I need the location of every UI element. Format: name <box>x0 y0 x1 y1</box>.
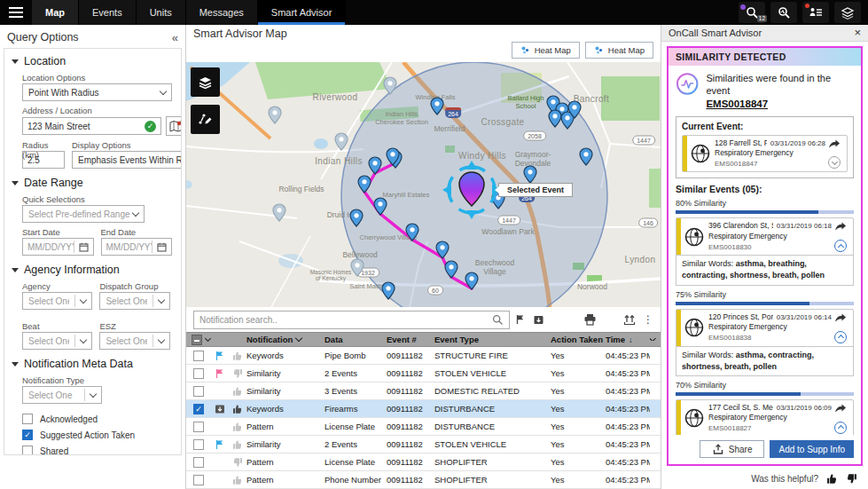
section-agency-information[interactable]: Agency Information <box>4 259 181 277</box>
agency-field-select[interactable]: Select One <box>22 292 92 310</box>
print-icon[interactable] <box>583 313 597 326</box>
event-pin[interactable] <box>579 147 593 166</box>
event-pin[interactable] <box>567 100 582 119</box>
event-pin[interactable] <box>349 209 364 227</box>
location-options-select[interactable]: Point With Radius <box>22 83 172 101</box>
search-icon[interactable] <box>492 314 504 326</box>
expand-collapse-icon[interactable] <box>834 331 847 343</box>
alerts-icon[interactable] <box>802 2 829 23</box>
notification-search-box[interactable] <box>193 311 510 329</box>
table-row[interactable]: Similarity 2 Events 00911182 STOLEN VEHI… <box>186 436 661 454</box>
row-thumb-icon[interactable] <box>229 439 246 450</box>
quick-selections-select[interactable]: Select Pre-defined Range <box>22 205 145 223</box>
row-thumb-icon[interactable] <box>229 386 246 397</box>
event-pin[interactable] <box>373 197 387 216</box>
row-thumb-icon[interactable] <box>229 457 246 468</box>
agency-field-select[interactable]: Select One <box>99 292 169 310</box>
event-pin[interactable] <box>272 203 286 222</box>
flag-filter-icon[interactable] <box>515 314 526 325</box>
table-row[interactable]: Pattern License Plate 00911182 SHOPLIFTE… <box>186 454 661 471</box>
table-row[interactable]: Keywords Pipe Bomb 00911182 STRUCTURE FI… <box>186 347 661 365</box>
event-link[interactable]: EMS0018847 <box>706 99 768 109</box>
meta-checkbox-row[interactable]: Acknowledged <box>22 411 172 427</box>
row-checkbox[interactable] <box>193 457 204 468</box>
select-all-checkbox[interactable] <box>186 335 211 345</box>
row-checkbox[interactable] <box>193 386 204 397</box>
search-notifications-icon[interactable]: 12 <box>739 2 765 23</box>
forward-icon[interactable] <box>834 312 847 323</box>
similar-event-card[interactable]: 120 Princes St, Port Melbourne 03/31/201… <box>676 309 854 347</box>
similar-event-card[interactable]: 396 Clarendon St, S. Melbourn 03/31/2019… <box>676 217 854 256</box>
pick-on-map-button[interactable] <box>166 116 182 136</box>
notification-search-input[interactable] <box>199 315 492 325</box>
row-thumb-icon[interactable] <box>229 404 246 414</box>
menu-icon[interactable] <box>0 0 32 25</box>
event-pin[interactable] <box>523 165 537 184</box>
meta-checkbox-row[interactable]: Shared <box>22 443 172 455</box>
column-event-number[interactable]: Event # <box>387 335 434 344</box>
row-checkbox[interactable] <box>193 351 204 361</box>
thumbs-up-icon[interactable] <box>826 473 838 485</box>
more-options-icon[interactable]: ⋮ <box>643 313 653 326</box>
event-pin[interactable] <box>334 132 348 151</box>
event-pin[interactable] <box>386 147 400 166</box>
event-pin[interactable] <box>430 97 444 115</box>
end-date-input[interactable] <box>106 242 152 252</box>
row-thumb-icon[interactable] <box>229 368 246 379</box>
row-checkbox[interactable] <box>193 404 204 414</box>
nav-tab[interactable]: Map <box>32 0 79 25</box>
row-checkbox[interactable] <box>193 475 204 485</box>
header-menu-icon[interactable] <box>650 338 661 341</box>
table-row[interactable]: Keywords Firearms 00911182 DISTURBANCE Y… <box>186 400 661 418</box>
nav-tab[interactable]: Events <box>79 0 137 25</box>
expand-collapse-icon[interactable] <box>834 422 847 434</box>
table-row[interactable]: Pattern License Plate 00911182 DISTURBAN… <box>186 418 661 436</box>
collapse-card-icon[interactable] <box>828 156 841 169</box>
current-event-card[interactable]: 128 Farrell St, Port Melbourne 03/31/201… <box>682 135 848 173</box>
event-pin[interactable] <box>268 106 282 124</box>
similar-event-card[interactable]: 177 Cecil St, S. Melbourne 03/31/2019 06… <box>676 399 854 435</box>
column-time[interactable]: Time <box>606 335 650 344</box>
column-notification[interactable]: Notification <box>246 335 325 344</box>
event-pin[interactable] <box>435 241 450 259</box>
heat-map-button-1[interactable]: Heat Map <box>512 42 580 59</box>
add-to-supp-info-button[interactable]: Add to Supp Info <box>770 440 854 458</box>
column-action-taken[interactable]: Action Taken <box>551 335 606 344</box>
address-input[interactable] <box>27 122 145 131</box>
event-pin[interactable] <box>381 281 395 300</box>
collapse-panel-icon[interactable] <box>172 31 178 44</box>
table-row[interactable]: Similarity 2 Events 00911182 STOLEN VEHI… <box>186 365 661 383</box>
nav-tab[interactable]: Smart Advisor <box>258 0 346 25</box>
layers-globe-icon[interactable] <box>834 2 861 23</box>
event-pin[interactable] <box>357 175 371 193</box>
archive-icon[interactable] <box>533 314 544 326</box>
table-row[interactable]: Similarity 3 Events 00911182 DOMESTIC RE… <box>186 383 661 400</box>
expand-collapse-icon[interactable] <box>834 240 847 252</box>
agency-field-select[interactable]: Select One <box>99 332 169 350</box>
thumbs-down-icon[interactable] <box>846 473 857 485</box>
column-data[interactable]: Data <box>325 335 387 344</box>
checkbox[interactable] <box>22 414 33 424</box>
map-draw-button[interactable] <box>191 105 220 134</box>
event-pin[interactable] <box>405 223 419 241</box>
meta-checkbox-row[interactable]: Suggested Action Taken <box>22 427 172 443</box>
section-location[interactable]: Location <box>4 51 181 68</box>
section-notification-meta[interactable]: Notification Meta Data <box>4 353 181 371</box>
checkbox[interactable] <box>22 446 33 455</box>
row-thumb-icon[interactable] <box>229 351 246 361</box>
agency-field-select[interactable]: Select One <box>22 332 92 350</box>
event-pin[interactable] <box>465 272 479 290</box>
display-options-select[interactable]: Emphasis Events Within Radius <box>72 151 182 169</box>
calendar-icon[interactable] <box>152 241 167 253</box>
row-checkbox[interactable] <box>193 439 204 450</box>
checkbox[interactable] <box>22 430 33 440</box>
forward-icon[interactable] <box>834 221 847 232</box>
event-pin[interactable] <box>368 156 382 175</box>
row-thumb-icon[interactable] <box>229 475 246 485</box>
table-row[interactable]: Pattern Phone Number 00911182 SHOPLIFTER… <box>186 471 661 489</box>
row-checkbox[interactable] <box>193 368 204 379</box>
event-pin[interactable] <box>444 260 458 279</box>
start-date-input[interactable] <box>27 242 74 252</box>
heat-map-button-2[interactable]: Heat Map <box>585 42 653 59</box>
event-pin[interactable] <box>350 258 364 277</box>
